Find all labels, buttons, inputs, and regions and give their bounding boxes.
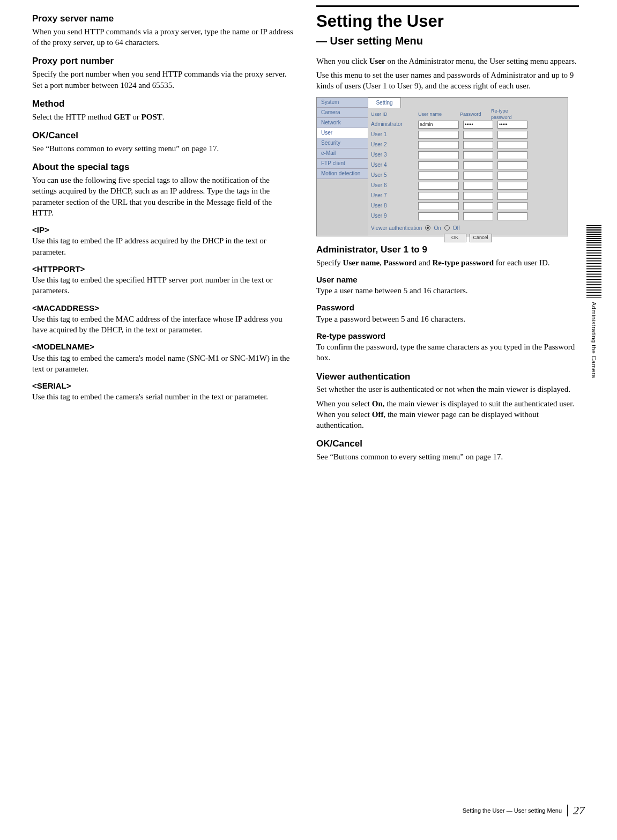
row-label: User 9 <box>371 212 414 220</box>
username-input <box>418 212 459 220</box>
user-row: User 3 <box>371 150 564 160</box>
text-proxy-port: Specify the port number when you send HT… <box>32 69 295 91</box>
row-label: User 7 <box>371 192 414 199</box>
username-input <box>418 151 459 159</box>
text-retype: To confirm the password, type the same c… <box>316 341 579 363</box>
heading-proxy-port: Proxy port number <box>32 55 295 68</box>
sidebar-item: e-Mail <box>317 148 368 159</box>
row-label: Administrator <box>371 121 414 128</box>
password-input <box>463 182 493 190</box>
sidebar-item: FTP client <box>317 159 368 169</box>
password-input <box>463 131 493 139</box>
heading-macaddress-tag: <MACADDRESS> <box>32 303 295 314</box>
password-input <box>463 141 493 149</box>
user-row: User 2 <box>371 140 564 150</box>
username-input <box>418 131 459 139</box>
user-row: Administratoradmin•••••••••• <box>371 120 564 130</box>
retype-input <box>497 161 527 169</box>
text-proxy-server: When you send HTTP commands via a proxy … <box>32 26 295 48</box>
retype-input <box>497 182 527 190</box>
settings-screenshot: SystemCameraNetworkUserSecuritye-MailFTP… <box>316 97 568 236</box>
user-row: User 5 <box>371 170 564 181</box>
right-column: Setting the User — User setting Menu Whe… <box>316 5 579 466</box>
row-label: User 6 <box>371 182 414 189</box>
text-httpport-tag: Use this tag to embed the specified HTTP… <box>32 274 295 296</box>
heading-httpport-tag: <HTTPPORT> <box>32 264 295 274</box>
user-row: User 9 <box>371 211 564 221</box>
auth-on-radio <box>425 225 430 231</box>
retype-input <box>497 151 527 159</box>
chapter-label: Administrating the Camera <box>590 302 598 378</box>
col-password: Password <box>460 111 487 117</box>
barcode-icon <box>586 244 601 298</box>
row-label: User 5 <box>371 172 414 179</box>
ok-button: OK <box>444 234 466 242</box>
text-serial-tag: Use this tag to embed the camera's seria… <box>32 391 295 402</box>
page-subtitle: — User setting Menu <box>316 34 579 48</box>
user-row: User 4 <box>371 160 564 170</box>
auth-off-text: Off <box>453 225 460 232</box>
heading-okcancel-2: OK/Cancel <box>316 438 579 450</box>
password-input <box>463 202 493 210</box>
heading-viewer-auth: Viewer authentication <box>316 371 579 383</box>
cancel-button: Cancel <box>470 234 492 242</box>
row-label: User 4 <box>371 161 414 169</box>
heading-serial-tag: <SERIAL> <box>32 381 295 391</box>
password-input <box>463 161 493 169</box>
text-okcancel-2: See “Buttons common to every setting men… <box>316 451 579 462</box>
page-title: Setting the User <box>316 5 579 33</box>
text-okcancel: See “Buttons common to every setting men… <box>32 143 295 154</box>
retype-input <box>497 192 527 200</box>
username-input <box>418 192 459 200</box>
text-username: Type a user name between 5 and 16 charac… <box>316 285 579 296</box>
heading-retype: Re-type password <box>316 331 579 341</box>
retype-input <box>497 141 527 149</box>
barcode-thick-icon <box>586 225 601 244</box>
text-modelname-tag: Use this tag to embed the camera's model… <box>32 353 295 375</box>
heading-proxy-server: Proxy server name <box>32 13 295 25</box>
user-row: User 6 <box>371 181 564 191</box>
retype-input <box>497 131 527 139</box>
password-input <box>463 212 493 220</box>
password-input <box>463 151 493 159</box>
user-row: User 8 <box>371 201 564 211</box>
left-column: Proxy server name When you send HTTP com… <box>32 5 295 466</box>
row-label: User 8 <box>371 202 414 210</box>
text-special-tags: You can use the following five special t… <box>32 175 295 218</box>
text-viewer-auth-1: Set whether the user is authenticated or… <box>316 384 579 395</box>
heading-ip-tag: <IP> <box>32 225 295 235</box>
page-footer: Setting the User — User setting Menu 27 <box>463 802 585 819</box>
username-input <box>418 202 459 210</box>
page-number: 27 <box>573 802 585 819</box>
col-userid: User ID <box>371 111 414 117</box>
auth-label: Viewer authentication <box>371 225 422 232</box>
username-input <box>418 172 459 180</box>
heading-special-tags: About the special tags <box>32 161 295 174</box>
row-label: User 2 <box>371 141 414 148</box>
heading-admin-users: Administrator, User 1 to 9 <box>316 244 579 256</box>
text-viewer-auth-2: When you select On, the main viewer is d… <box>316 398 579 431</box>
heading-username: User name <box>316 274 579 285</box>
heading-password: Password <box>316 302 579 313</box>
heading-method: Method <box>32 98 295 110</box>
auth-on-text: On <box>434 225 441 232</box>
user-row: User 7 <box>371 191 564 201</box>
password-input <box>463 192 493 200</box>
password-input: ••••• <box>463 121 493 129</box>
username-input <box>418 161 459 169</box>
col-username: User name <box>418 111 456 117</box>
sidebar-item: Motion detection <box>317 169 368 179</box>
retype-input <box>497 212 527 220</box>
text-password: Type a password between 5 and 16 charact… <box>316 314 579 324</box>
intro-text-1: When you click User on the Administrator… <box>316 56 579 66</box>
retype-input: ••••• <box>497 121 527 129</box>
sidebar-item: User <box>317 128 368 138</box>
footer-text: Setting the User — User setting Menu <box>463 807 562 815</box>
retype-input <box>497 202 527 210</box>
heading-okcancel: OK/Cancel <box>32 130 295 142</box>
password-input <box>463 172 493 180</box>
row-label: User 1 <box>371 131 414 138</box>
intro-text-2: Use this menu to set the user names and … <box>316 70 579 92</box>
heading-modelname-tag: <MODELNAME> <box>32 341 295 352</box>
sidebar-item: Network <box>317 118 368 128</box>
